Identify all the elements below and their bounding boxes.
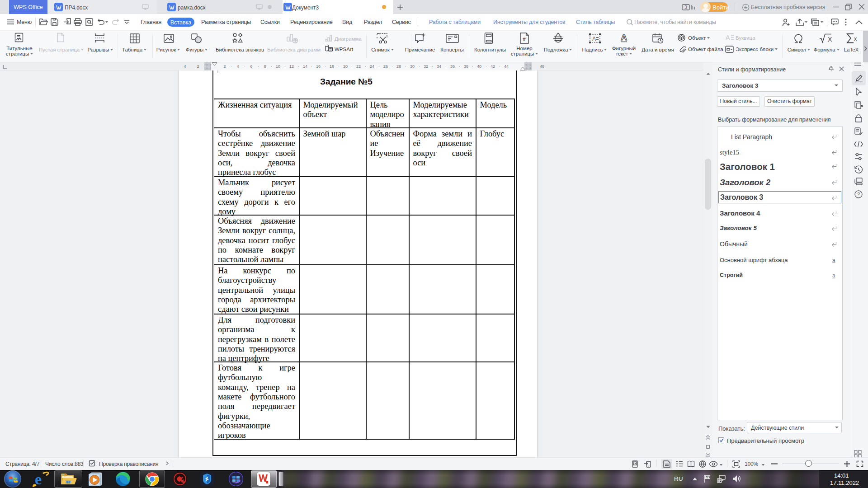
svg-text:X: X: [828, 36, 832, 43]
svg-text:#: #: [523, 37, 525, 42]
svg-text:A: A: [592, 36, 596, 42]
svg-text:x: x: [854, 35, 857, 42]
svg-text:?: ?: [857, 192, 860, 197]
svg-text:А: А: [621, 33, 627, 42]
svg-text:3: 3: [684, 5, 687, 10]
svg-text:A: A: [726, 34, 730, 41]
